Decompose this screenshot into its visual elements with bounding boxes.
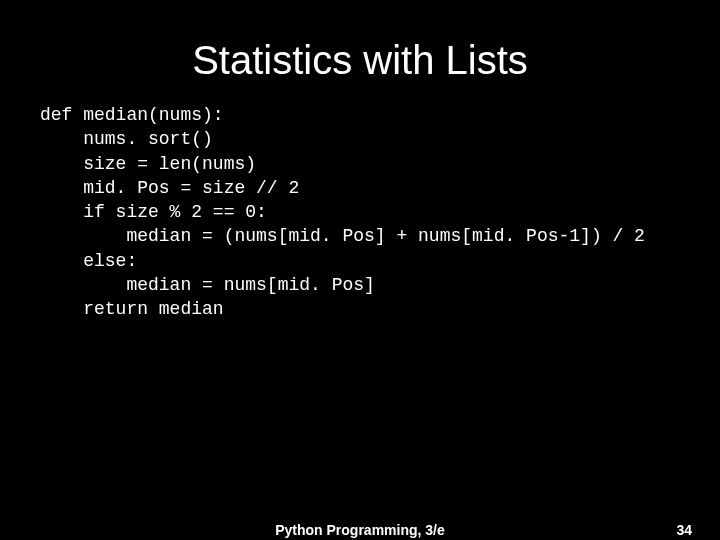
slide-title: Statistics with Lists — [0, 0, 720, 93]
slide: Statistics with Lists def median(nums): … — [0, 0, 720, 540]
footer-page-number: 34 — [676, 522, 692, 538]
code-block: def median(nums): nums. sort() size = le… — [0, 93, 720, 322]
footer-book-title: Python Programming, 3/e — [0, 522, 720, 538]
